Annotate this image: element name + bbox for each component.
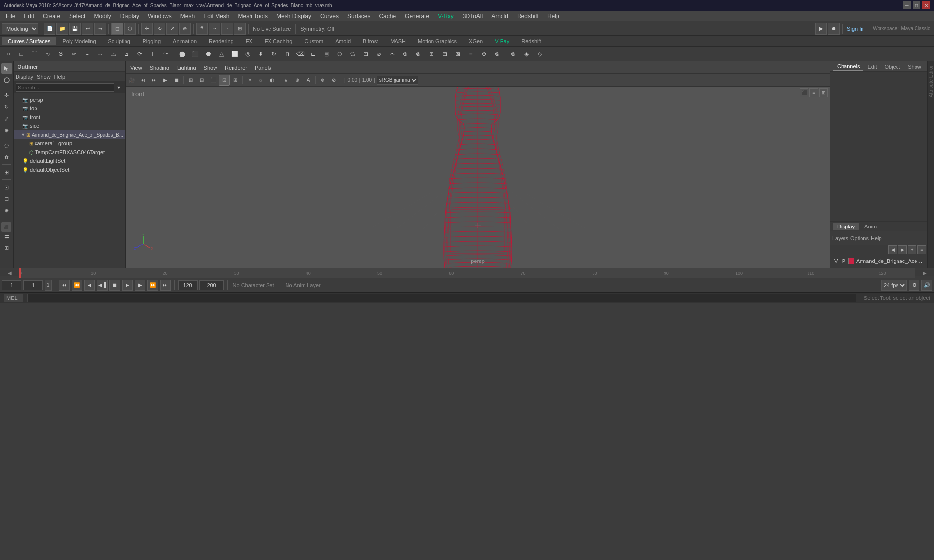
outliner-item-front[interactable]: 📷 front xyxy=(14,113,125,122)
vp-menu-lighting[interactable]: Lighting xyxy=(174,65,199,70)
command-input[interactable] xyxy=(27,294,856,302)
icon-hair[interactable]: 〜 xyxy=(160,48,172,60)
prev-key-btn[interactable]: ◀ xyxy=(84,280,95,291)
tab-fx[interactable]: FX xyxy=(240,37,258,45)
options-menu-item[interactable]: Options xyxy=(850,235,869,241)
goto-start-btn[interactable]: ⏮ xyxy=(59,280,70,291)
outliner-item-persp[interactable]: 📷 persp xyxy=(14,95,125,104)
tool-scale[interactable]: ⤢ xyxy=(1,113,12,124)
save-btn[interactable]: 💾 xyxy=(69,23,81,35)
vp-corner-icon2[interactable]: ≡ xyxy=(809,88,818,97)
menu-edit[interactable]: Edit xyxy=(20,12,38,20)
vp-menu-view[interactable]: View xyxy=(127,65,145,70)
current-frame-input[interactable] xyxy=(23,280,43,290)
vp-icon-play[interactable]: ▶ xyxy=(160,75,171,86)
vp-menu-panels[interactable]: Panels xyxy=(252,65,274,70)
workspace-dropdown[interactable]: Modeling xyxy=(2,23,38,34)
vp-icon-prev-frame[interactable]: ⏮ xyxy=(138,75,148,86)
icon-extra2[interactable]: ◈ xyxy=(520,48,533,60)
outliner-item-armand-group[interactable]: ▼ ⊞ Armand_de_Brignac_Ace_of_Spades_B... xyxy=(14,130,125,139)
layer-icon-options[interactable]: ≡ xyxy=(917,245,926,254)
fps-dropdown[interactable]: 24 fps xyxy=(881,280,907,291)
vp-icon-light1[interactable]: ☀ xyxy=(244,75,255,86)
maximize-button[interactable]: □ xyxy=(913,1,920,9)
icon-pencil[interactable]: ✏ xyxy=(68,48,80,60)
icon-bezier[interactable]: S xyxy=(54,48,67,60)
icon-proj-curve[interactable]: ⊖ xyxy=(478,48,490,60)
icon-rect[interactable]: □ xyxy=(15,48,28,60)
move-btn[interactable]: ✛ xyxy=(141,23,153,35)
menu-3dtoall[interactable]: 3DToAll xyxy=(459,12,486,20)
outliner-menu-show[interactable]: Show xyxy=(37,74,51,80)
outliner-item-top[interactable]: 📷 top xyxy=(14,104,125,113)
icon-loft[interactable]: ⊓ xyxy=(281,48,293,60)
icon-revolve[interactable]: ↻ xyxy=(268,48,280,60)
tool-snap3[interactable]: ⊕ xyxy=(1,205,12,216)
close-button[interactable]: ✕ xyxy=(922,1,930,9)
layer-icon-next[interactable]: ▶ xyxy=(898,245,907,254)
tab-poly-modeling[interactable]: Poly Modeling xyxy=(56,37,102,45)
outliner-menu-display[interactable]: Display xyxy=(16,74,33,80)
outliner-menu-help[interactable]: Help xyxy=(54,74,66,80)
tab-redshift[interactable]: Redshift xyxy=(516,37,547,45)
timeline-playhead[interactable] xyxy=(19,268,21,278)
minimize-button[interactable]: ─ xyxy=(903,1,911,9)
layer-row-armand[interactable]: V P Armand_de_Brignac_Ace_of_Sp... xyxy=(832,256,925,266)
icon-arc[interactable]: ⌒ xyxy=(28,48,41,60)
play-forward-btn[interactable]: ▶ xyxy=(122,280,133,291)
icon-sphere[interactable]: ⬤ xyxy=(176,48,188,60)
icon-cv-curve[interactable]: ⌢ xyxy=(94,48,107,60)
icon-square[interactable]: ⌸ xyxy=(320,48,333,60)
universal-btn[interactable]: ⊕ xyxy=(179,23,191,35)
playback-options-btn[interactable]: ⚙ xyxy=(909,280,919,291)
tab-sculpting[interactable]: Sculpting xyxy=(103,37,136,45)
disp-tab-display[interactable]: Display xyxy=(833,223,859,230)
next-key-btn[interactable]: ▶ xyxy=(135,280,145,291)
ch-tab-object[interactable]: Object xyxy=(880,63,904,70)
icon-torus[interactable]: ◎ xyxy=(241,48,254,60)
tool-rotate[interactable]: ↻ xyxy=(1,102,12,112)
tool-sculpt[interactable]: ✿ xyxy=(1,152,12,162)
icon-trim[interactable]: ✂ xyxy=(386,48,398,60)
layers-menu-item[interactable]: Layers xyxy=(832,235,848,241)
render-btn[interactable]: ▶ xyxy=(815,23,827,35)
menu-surfaces[interactable]: Surfaces xyxy=(343,12,374,20)
icon-insert-iso[interactable]: ≡ xyxy=(465,48,477,60)
menu-edit-mesh[interactable]: Edit Mesh xyxy=(199,12,233,20)
tab-bifrost[interactable]: Bifrost xyxy=(357,37,384,45)
icon-nurbs-bool[interactable]: ⊗ xyxy=(412,48,425,60)
menu-generate[interactable]: Generate xyxy=(401,12,433,20)
snap-grid-btn[interactable]: # xyxy=(196,23,208,35)
menu-cache[interactable]: Cache xyxy=(375,12,400,20)
tool-paint-select[interactable] xyxy=(1,75,12,86)
icon-align-surf[interactable]: ⊠ xyxy=(451,48,464,60)
snap-view-btn[interactable]: ⊞ xyxy=(234,23,246,35)
vp-icon-wireframe[interactable]: ⊟ xyxy=(197,75,207,86)
icon-arc2[interactable]: ⌓ xyxy=(107,48,120,60)
tool-snap2[interactable]: ⊟ xyxy=(1,193,12,204)
menu-help[interactable]: Help xyxy=(543,12,563,20)
menu-mesh[interactable]: Mesh xyxy=(177,12,198,20)
menu-display[interactable]: Display xyxy=(116,12,143,20)
icon-detach[interactable]: ⊟ xyxy=(438,48,451,60)
outliner-search-options[interactable]: ▼ xyxy=(114,83,123,92)
icon-sweep[interactable]: ⌫ xyxy=(294,48,306,60)
vp-icon-aa[interactable]: A xyxy=(303,75,314,86)
tab-arnold[interactable]: Arnold xyxy=(329,37,357,45)
menu-vray[interactable]: V-Ray xyxy=(434,12,458,20)
vp-icon-select-all[interactable]: ⊞ xyxy=(185,75,196,86)
icon-sketchplane[interactable]: ⊿ xyxy=(120,48,133,60)
menu-mesh-display[interactable]: Mesh Display xyxy=(272,12,315,20)
vp-icon-isolate[interactable]: ⊚ xyxy=(317,75,328,86)
layer-icon-add[interactable]: + xyxy=(908,245,916,254)
icon-bevel[interactable]: ⬡ xyxy=(333,48,346,60)
menu-create[interactable]: Create xyxy=(39,12,64,20)
icon-ep-curve[interactable]: ∿ xyxy=(41,48,54,60)
icon-extrude[interactable]: ⬍ xyxy=(254,48,267,60)
vp-icon-hud[interactable]: ⊕ xyxy=(292,75,303,86)
icon-intersect[interactable]: ⊚ xyxy=(491,48,503,60)
tab-motion-graphics[interactable]: Motion Graphics xyxy=(412,37,463,45)
tool-move[interactable]: ✛ xyxy=(1,90,12,101)
icon-extra1[interactable]: ⊛ xyxy=(507,48,520,60)
vp-icon-solid[interactable]: ⬛ xyxy=(208,75,218,86)
